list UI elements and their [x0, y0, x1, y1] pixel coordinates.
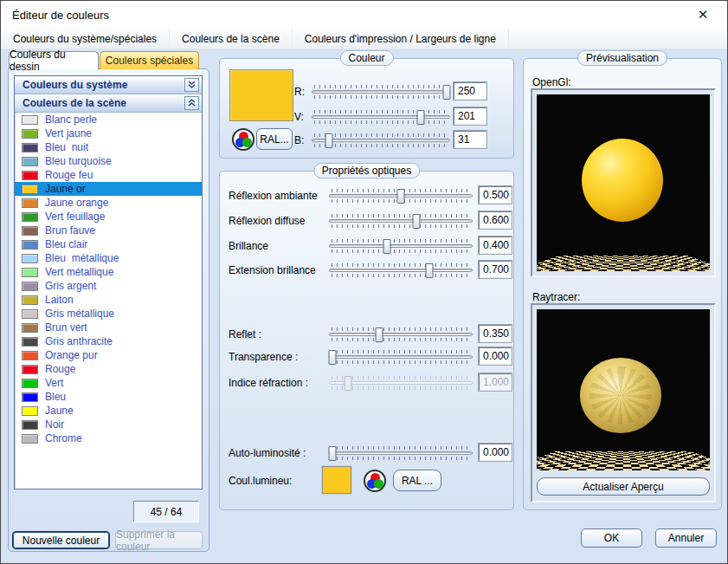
specular-value-field[interactable]: 0.700 [479, 261, 512, 278]
transparency-value-field[interactable]: 0.000 [479, 347, 512, 365]
color-list-item[interactable]: Bleu turquoise [15, 154, 202, 168]
color-list-item[interactable]: Bleu métallique [15, 251, 202, 265]
slider-thumb[interactable] [329, 446, 337, 461]
color-list-item[interactable]: Blanc perle [15, 113, 202, 126]
color-list-item[interactable]: Jaune [15, 404, 202, 418]
reflection-slider[interactable] [329, 327, 473, 341]
green-value-field[interactable]: 201 [454, 107, 486, 125]
slider-thumb[interactable] [383, 239, 390, 254]
color-list-item[interactable]: Vert métallique [15, 265, 202, 279]
slider-thumb[interactable] [397, 189, 405, 204]
section-header-couleurs-systeme[interactable]: Couleurs du système [15, 76, 202, 94]
color-list-item[interactable]: Bleu [15, 390, 202, 404]
slider-thumb[interactable] [376, 327, 383, 342]
slider-track[interactable] [329, 451, 473, 455]
shininess-slider[interactable] [329, 239, 473, 253]
slider-track[interactable] [329, 244, 473, 248]
chevron-double-up-icon[interactable] [184, 96, 199, 110]
color-list-item[interactable]: Orange pur [15, 348, 202, 362]
color-list-item[interactable]: Jaune orange [15, 196, 202, 210]
slider-ticks [314, 95, 448, 99]
ambient-slider[interactable] [329, 189, 473, 203]
slider-track[interactable] [312, 115, 450, 119]
self-luminosity-value-field[interactable]: 0.000 [479, 444, 512, 461]
section-header-couleurs-scene[interactable]: Couleurs de la scène [15, 94, 202, 113]
slider-thumb[interactable] [413, 214, 421, 229]
slider-track[interactable] [329, 269, 473, 272]
subtab-couleurs-du-dessin[interactable]: Couleurs du dessin [9, 51, 99, 69]
color-list-item[interactable]: Bleu nuit [15, 140, 202, 154]
color-swatch [22, 115, 38, 125]
color-list-item[interactable]: Rouge feu [15, 168, 202, 182]
color-list: Couleurs du système Couleurs de la scène… [14, 75, 203, 489]
tab-couleurs-systeme-speciales[interactable]: Couleurs du système/spéciales [1, 29, 170, 49]
color-counter: 45 / 64 [133, 501, 199, 522]
red-value-field[interactable]: 250 [454, 82, 486, 100]
ral-luminous-button[interactable]: RAL ... [393, 470, 441, 491]
color-list-item[interactable]: Bleu clair [15, 237, 202, 251]
close-icon[interactable]: ✕ [690, 2, 716, 28]
slider-thumb[interactable] [416, 110, 424, 125]
new-color-button[interactable]: Nouvelle couleur [12, 531, 110, 549]
specular-slider[interactable] [329, 263, 473, 277]
reflection-value-field[interactable]: 0.350 [479, 325, 512, 342]
refresh-preview-button[interactable]: Actualiser Aperçu [537, 477, 710, 496]
group-title: Prévisualisation [577, 50, 667, 66]
slider-track[interactable] [329, 219, 473, 223]
chevron-double-down-icon[interactable] [184, 78, 199, 92]
slider-track[interactable] [329, 355, 473, 359]
color-list-item[interactable]: Brun fauve [15, 224, 202, 237]
color-list-item[interactable]: Vert jaune [15, 126, 202, 140]
slider-thumb[interactable] [425, 263, 433, 278]
delete-color-button: Supprimer la couleur [115, 531, 203, 549]
slider-thumb[interactable] [325, 133, 332, 148]
tab-couleurs-scene[interactable]: Couleurs de la scène [170, 29, 293, 49]
color-list-item[interactable]: Gris argent [15, 279, 202, 293]
color-list-item[interactable]: Noir [15, 418, 202, 431]
color-name: Brun vert [45, 321, 87, 334]
optic-label: Brillance [229, 240, 268, 252]
shininess-value-field[interactable]: 0.400 [479, 237, 512, 254]
green-slider[interactable] [312, 110, 450, 124]
optic-row-refraction: Indice réfraction : 1.000 [220, 372, 513, 394]
slider-ticks [332, 250, 470, 253]
blue-slider[interactable] [312, 133, 450, 147]
luminous-color-swatch[interactable] [322, 466, 351, 494]
red-slider[interactable] [312, 85, 450, 99]
rgb-wheel-icon[interactable] [364, 470, 386, 492]
cancel-button[interactable]: Annuler [655, 528, 717, 548]
color-list-item[interactable]: Brun vert [15, 321, 202, 334]
slider-thumb[interactable] [442, 85, 450, 100]
color-group: Couleur R: 250 V: 201 [219, 58, 514, 159]
color-list-item[interactable]: Gris métallique [15, 307, 202, 321]
color-name: Vert métallique [45, 265, 113, 279]
slider-track[interactable] [329, 333, 473, 336]
color-list-item[interactable]: Vert [15, 376, 202, 390]
self-luminosity-slider[interactable] [329, 446, 473, 460]
diffuse-value-field[interactable]: 0.600 [479, 211, 512, 229]
ral-button[interactable]: RAL... [256, 128, 293, 150]
color-name: Vert [45, 376, 63, 390]
slider-ticks [332, 263, 470, 267]
slider-ticks [332, 274, 470, 277]
ambient-value-field[interactable]: 0.500 [479, 186, 512, 204]
tab-couleurs-impression[interactable]: Couleurs d'impression / Largeurs de lign… [293, 29, 509, 49]
slider-track[interactable] [329, 194, 473, 198]
slider-thumb[interactable] [329, 350, 337, 365]
rgb-wheel-icon[interactable] [232, 128, 254, 151]
subtab-couleurs-speciales[interactable]: Couleurs spéciales [100, 51, 199, 69]
blue-value-field[interactable]: 31 [454, 131, 486, 148]
optic-row-ambient: Réflexion ambiante 0.500 [220, 185, 513, 207]
ok-button[interactable]: OK [581, 528, 642, 548]
slider-track[interactable] [312, 139, 450, 142]
color-list-item[interactable]: Gris anthracite [15, 334, 202, 348]
color-list-item[interactable]: Chrome [15, 431, 202, 445]
color-list-item[interactable]: Vert feuillage [15, 210, 202, 224]
slider-ticks [332, 338, 470, 341]
color-list-item[interactable]: Jaune or [15, 182, 202, 196]
color-list-item[interactable]: Laiton [15, 293, 202, 307]
slider-track[interactable] [312, 90, 450, 94]
color-list-item[interactable]: Rouge [15, 362, 202, 376]
transparency-slider[interactable] [329, 350, 473, 364]
diffuse-slider[interactable] [329, 214, 473, 228]
